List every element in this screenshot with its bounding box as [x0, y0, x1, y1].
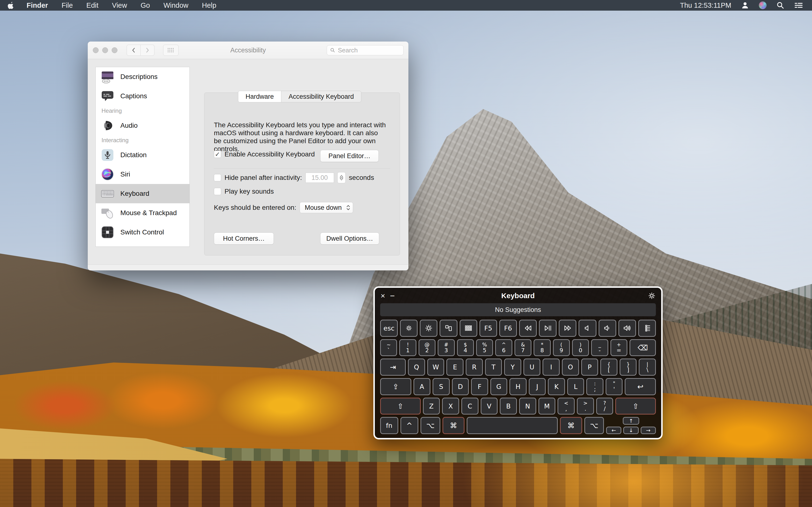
key-minus[interactable]: _-: [591, 339, 608, 356]
key-launchpad[interactable]: [460, 320, 477, 337]
tab-accessibility-keyboard[interactable]: Accessibility Keyboard: [281, 91, 361, 102]
key-b[interactable]: B: [500, 398, 517, 415]
menu-bar-clock[interactable]: Thu 12:53:11PM: [676, 1, 735, 9]
keyboard-panel-header[interactable]: × − Keyboard: [380, 290, 656, 301]
key-d[interactable]: D: [452, 378, 469, 395]
seconds-stepper[interactable]: [337, 172, 346, 183]
key-y[interactable]: Y: [504, 358, 521, 376]
key-space[interactable]: [467, 417, 558, 434]
menu-window[interactable]: Window: [157, 0, 195, 11]
key-3[interactable]: #3: [438, 339, 455, 356]
dwell-options-button[interactable]: Dwell Options…: [320, 232, 379, 244]
key-4[interactable]: $4: [457, 339, 474, 356]
tab-hardware[interactable]: Hardware: [238, 91, 281, 102]
keyboard-close-button[interactable]: ×: [380, 292, 388, 300]
key-command-right[interactable]: ⌘: [560, 417, 582, 434]
search-field[interactable]: [327, 45, 404, 55]
key-control[interactable]: ^: [400, 417, 418, 434]
back-button[interactable]: [126, 45, 141, 56]
key-volume-up[interactable]: [618, 320, 636, 337]
key-6[interactable]: ^6: [495, 339, 512, 356]
sidebar-item-captions[interactable]: Captions: [96, 87, 190, 106]
key-k[interactable]: K: [548, 378, 565, 395]
keys-entered-dropdown[interactable]: Mouse down: [300, 202, 353, 213]
key-o[interactable]: O: [562, 358, 579, 376]
key-w[interactable]: W: [427, 358, 445, 376]
key-r[interactable]: R: [466, 358, 483, 376]
key-slash[interactable]: ?/: [596, 398, 613, 415]
play-key-sounds-checkbox[interactable]: [214, 188, 221, 195]
close-window-button[interactable]: [93, 47, 99, 53]
show-all-preferences-button[interactable]: [163, 45, 179, 56]
sidebar-item-audio[interactable]: Audio: [96, 116, 190, 135]
key-return[interactable]: ↩: [625, 378, 656, 395]
key-option-left[interactable]: ⌥: [420, 417, 440, 434]
keyboard-settings-gear-icon[interactable]: [648, 292, 656, 299]
menu-file[interactable]: File: [55, 0, 80, 11]
sidebar-item-dictation[interactable]: Dictation: [96, 145, 190, 165]
menu-finder[interactable]: Finder: [20, 0, 55, 11]
enable-accessibility-keyboard-checkbox[interactable]: ✓: [214, 151, 221, 158]
key-period[interactable]: >.: [577, 398, 594, 415]
key-quote[interactable]: "': [606, 378, 623, 395]
key-rewind[interactable]: [519, 320, 537, 337]
key-fn-row-toggle[interactable]: [638, 320, 656, 337]
sidebar-item-keyboard[interactable]: Keyboard: [96, 184, 190, 203]
key-1[interactable]: !1: [399, 339, 416, 356]
key-tab[interactable]: ⇥: [380, 358, 406, 376]
key-caps-lock[interactable]: ⇪: [380, 378, 411, 395]
key-f6[interactable]: F6: [499, 320, 517, 337]
key-l[interactable]: L: [567, 378, 585, 395]
key-7[interactable]: &7: [514, 339, 531, 356]
menu-view[interactable]: View: [105, 0, 134, 11]
key-8[interactable]: *8: [534, 339, 551, 356]
user-icon[interactable]: [737, 0, 753, 11]
window-title-bar[interactable]: Accessibility: [88, 42, 408, 59]
inactivity-seconds-field[interactable]: 15.00: [305, 173, 334, 183]
key-s[interactable]: S: [433, 378, 450, 395]
key-arrow-up[interactable]: ↑: [623, 417, 639, 425]
key-fn[interactable]: fn: [380, 417, 398, 434]
key-f[interactable]: F: [471, 378, 488, 395]
menu-go[interactable]: Go: [134, 0, 157, 11]
key-arrow-right[interactable]: →: [641, 427, 656, 434]
key-v[interactable]: V: [481, 398, 498, 415]
apple-menu[interactable]: [0, 0, 20, 11]
panel-editor-button[interactable]: Panel Editor…: [320, 150, 379, 162]
sidebar-item-switch-control[interactable]: Switch Control: [96, 223, 190, 242]
key-esc[interactable]: esc: [380, 320, 398, 337]
key-delete[interactable]: ⌫: [629, 339, 656, 356]
key-x[interactable]: X: [442, 398, 459, 415]
key-9[interactable]: (9: [553, 339, 570, 356]
key-c[interactable]: C: [461, 398, 478, 415]
key-brightness-down[interactable]: [400, 320, 418, 337]
key-t[interactable]: T: [485, 358, 502, 376]
hide-panel-checkbox[interactable]: [214, 174, 221, 181]
menu-help[interactable]: Help: [195, 0, 223, 11]
key-u[interactable]: U: [523, 358, 541, 376]
key-close-bracket[interactable]: }]: [620, 358, 637, 376]
key-0[interactable]: )0: [572, 339, 589, 356]
minimize-window-button[interactable]: [102, 47, 108, 53]
key-g[interactable]: G: [490, 378, 507, 395]
key-open-bracket[interactable]: {[: [600, 358, 617, 376]
key-m[interactable]: M: [539, 398, 556, 415]
key-j[interactable]: J: [529, 378, 546, 395]
key-a[interactable]: A: [413, 378, 430, 395]
forward-button[interactable]: [141, 45, 154, 56]
key-brightness-up[interactable]: [420, 320, 438, 337]
key-f5[interactable]: F5: [479, 320, 497, 337]
search-input[interactable]: [337, 46, 400, 54]
key-command-left[interactable]: ⌘: [443, 417, 465, 434]
key-volume-down[interactable]: [599, 320, 616, 337]
key-play-pause[interactable]: [539, 320, 557, 337]
key-p[interactable]: P: [581, 358, 598, 376]
key-q[interactable]: Q: [408, 358, 425, 376]
keyboard-minimize-button[interactable]: −: [388, 292, 397, 300]
key-i[interactable]: I: [543, 358, 560, 376]
key-equals[interactable]: +=: [610, 339, 627, 356]
key-fast-forward[interactable]: [559, 320, 576, 337]
key-n[interactable]: N: [519, 398, 536, 415]
key-semicolon[interactable]: :;: [586, 378, 603, 395]
key-arrow-down[interactable]: ↓: [623, 427, 639, 434]
